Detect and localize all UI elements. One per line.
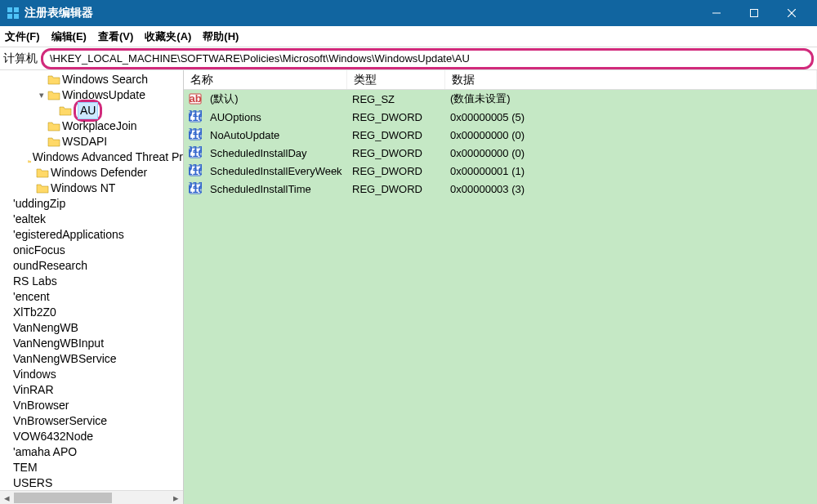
tree-item[interactable]: RS Labs — [2, 274, 183, 289]
folder-icon — [59, 105, 72, 117]
value-data: 0x00000000 (0) — [445, 147, 817, 159]
tree-item[interactable]: onicFocus — [2, 243, 183, 258]
tree-item[interactable]: 'amaha APO — [2, 444, 183, 460]
app-icon — [7, 7, 20, 20]
close-button[interactable] — [773, 0, 810, 26]
scroll-left-button[interactable]: ◂ — [0, 491, 14, 505]
tree-item[interactable]: XlTb2Z0 — [2, 305, 183, 320]
column-type[interactable]: 类型 — [347, 70, 445, 89]
tree-item[interactable]: VnBrowser — [2, 398, 183, 413]
tree-item[interactable]: 'uddingZip — [2, 196, 183, 212]
value-row[interactable]: 011110AUOptionsREG_DWORD0x00000005 (5) — [184, 108, 817, 126]
value-icon: 011110 — [189, 110, 202, 123]
value-icon: ab — [189, 92, 202, 105]
value-row[interactable]: 011110NoAutoUpdateREG_DWORD0x00000000 (0… — [184, 126, 817, 144]
value-type: REG_DWORD — [347, 129, 445, 141]
value-name: (默认) — [205, 91, 243, 106]
tree-item[interactable]: VOW6432Node — [2, 429, 183, 444]
svg-rect-5 — [751, 10, 758, 17]
value-name: AUOptions — [205, 111, 266, 123]
tree-item[interactable]: WorkplaceJoin — [2, 118, 183, 134]
value-row[interactable]: ab(默认)REG_SZ(数值未设置) — [184, 90, 817, 108]
column-data[interactable]: 数据 — [445, 70, 817, 89]
folder-icon — [47, 74, 60, 86]
value-row[interactable]: 011110ScheduledInstallEveryWeekREG_DWORD… — [184, 162, 817, 180]
menu-edit[interactable]: 编辑(E) — [51, 29, 87, 44]
tree-item[interactable]: 'ealtek — [2, 212, 183, 227]
value-data: 0x00000001 (1) — [445, 165, 817, 177]
tree-item-label: VOW6432Node — [13, 429, 93, 444]
expand-icon[interactable]: ▾ — [36, 87, 47, 103]
address-bar: 计算机 — [0, 47, 817, 70]
value-icon: 011110 — [189, 164, 202, 177]
tree-item-label: onicFocus — [13, 243, 65, 258]
tree-item[interactable]: Windows Defender — [2, 165, 183, 181]
tree-item[interactable]: VanNengWBService — [2, 351, 183, 367]
main-area: Windows Search▾WindowsUpdateAUWorkplaceJ… — [0, 70, 817, 504]
scroll-track[interactable] — [14, 491, 169, 505]
tree-item[interactable]: VanNengWB — [2, 320, 183, 336]
value-name: NoAutoUpdate — [205, 129, 284, 141]
address-highlight — [41, 48, 814, 69]
tree-item[interactable]: Vindows — [2, 367, 183, 382]
svg-rect-3 — [14, 14, 19, 19]
svg-rect-1 — [14, 7, 19, 12]
window-title: 注册表编辑器 — [25, 6, 698, 20]
tree-item-label: Vindows — [13, 367, 56, 382]
address-label: 计算机 — [3, 51, 38, 66]
tree-item[interactable]: oundResearch — [2, 258, 183, 274]
tree-item-label: Windows Advanced Threat Pr — [33, 149, 183, 165]
tree-item-label: WorkplaceJoin — [62, 118, 137, 134]
tree-item-label: XlTb2Z0 — [13, 305, 56, 320]
value-icon: 011110 — [189, 128, 202, 141]
tree-item-label: RS Labs — [13, 274, 57, 289]
value-name: ScheduledInstallEveryWeek — [205, 165, 347, 177]
tree-item[interactable]: TEM — [2, 460, 183, 475]
tree-item-label: 'egisteredApplications — [13, 227, 124, 243]
svg-text:110: 110 — [189, 165, 202, 177]
tree-item[interactable]: USERS — [2, 475, 183, 491]
minimize-button[interactable] — [698, 0, 735, 26]
title-bar: 注册表编辑器 — [0, 0, 817, 26]
tree-item[interactable]: 'egisteredApplications — [2, 227, 183, 243]
tree-item-label: AU — [78, 102, 98, 119]
tree-item-label: VanNengWB — [13, 320, 78, 336]
tree-item[interactable]: VnBrowserService — [2, 413, 183, 429]
svg-text:ab: ab — [189, 92, 201, 105]
maximize-button[interactable] — [735, 0, 773, 26]
value-row[interactable]: 011110ScheduledInstallTimeREG_DWORD0x000… — [184, 180, 817, 198]
menu-help[interactable]: 帮助(H) — [203, 29, 239, 44]
column-name[interactable]: 名称 — [184, 70, 347, 89]
menu-file[interactable]: 文件(F) — [5, 29, 40, 44]
tree-item[interactable]: Windows Advanced Threat Pr — [2, 149, 183, 165]
tree-item-label: WSDAPI — [62, 134, 107, 149]
value-row[interactable]: 011110ScheduledInstallDayREG_DWORD0x0000… — [184, 144, 817, 162]
tree-item[interactable]: WSDAPI — [2, 134, 183, 149]
scroll-thumb[interactable] — [14, 493, 112, 503]
tree-item[interactable]: AU — [2, 103, 183, 118]
tree-item[interactable]: VinRAR — [2, 382, 183, 398]
value-name: ScheduledInstallTime — [205, 183, 316, 195]
tree-item[interactable]: VanNengWBInput — [2, 336, 183, 351]
tree-item-label: VanNengWBInput — [13, 336, 104, 351]
tree-item-label: Windows Search — [62, 72, 148, 87]
value-type: REG_DWORD — [347, 111, 445, 123]
tree-item[interactable]: Windows Search — [2, 72, 183, 87]
tree-item[interactable]: Windows NT — [2, 181, 183, 196]
menu-favorites[interactable]: 收藏夹(A) — [145, 29, 191, 44]
address-input[interactable] — [50, 52, 805, 65]
folder-icon — [28, 152, 31, 163]
tree-item-label: 'uddingZip — [13, 196, 65, 212]
tree-item[interactable]: 'encent — [2, 289, 183, 305]
tree-item-label: TEM — [13, 460, 38, 475]
scroll-right-button[interactable]: ▸ — [169, 491, 183, 505]
value-data: 0x00000003 (3) — [445, 183, 817, 195]
menu-view[interactable]: 查看(V) — [98, 29, 133, 44]
svg-text:110: 110 — [189, 183, 202, 195]
tree-panel: Windows Search▾WindowsUpdateAUWorkplaceJ… — [0, 70, 184, 504]
svg-rect-0 — [7, 7, 12, 12]
tree-scrollbar[interactable]: ◂ ▸ — [0, 490, 183, 504]
folder-icon — [36, 167, 49, 179]
tree-item-label: WindowsUpdate — [62, 87, 145, 103]
value-type: REG_DWORD — [347, 183, 445, 195]
